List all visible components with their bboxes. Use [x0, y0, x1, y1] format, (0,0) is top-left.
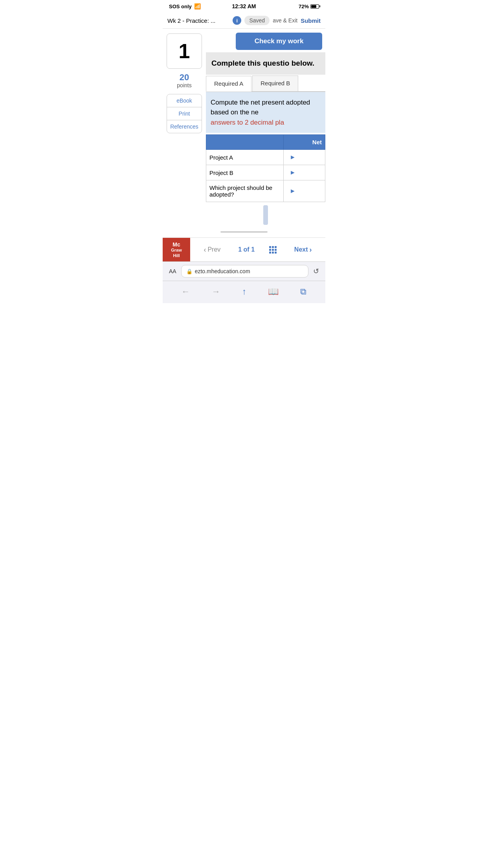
tab-required-a[interactable]: Required A [206, 76, 251, 92]
bottom-nav: Mc Graw Hill ‹ Prev 1 of 1 Next › [163, 237, 325, 261]
next-button[interactable]: Next › [291, 242, 315, 258]
tab-required-b[interactable]: Required B [252, 75, 298, 91]
ebook-button[interactable]: eBook [167, 94, 202, 107]
instruction-box: Complete this questio below. [206, 52, 325, 75]
project-b-label: Project B [206, 165, 284, 180]
page-indicator: 1 of 1 [238, 246, 255, 253]
battery-icon [310, 4, 319, 9]
url-area[interactable]: 🔒 ezto.mheducation.com [181, 265, 308, 278]
reload-button[interactable]: ↺ [313, 267, 319, 276]
table-row: Which project should be adopted? ► [206, 180, 325, 202]
saved-badge: Saved [244, 16, 270, 25]
next-label: Next [294, 246, 308, 253]
divider-line [220, 231, 268, 233]
input-arrow-a: ► [290, 154, 296, 160]
prev-button[interactable]: ‹ Prev [200, 242, 224, 258]
mcgraw-graw: Graw [171, 248, 182, 253]
nav-title: Wk 2 - Practice: ... [167, 17, 229, 24]
time-display: 12:32 AM [232, 3, 256, 9]
of-text: of [244, 246, 251, 253]
which-project-input[interactable] [298, 188, 322, 194]
sidebar: 1 20 points eBook Print References [163, 29, 206, 226]
info-icon[interactable]: i [233, 16, 241, 25]
next-chevron-icon: › [310, 246, 312, 254]
points-value: 20 [180, 73, 189, 82]
question-number: 1 [179, 39, 190, 63]
wifi-icon: 📶 [194, 3, 201, 9]
scroll-indicator [263, 205, 268, 225]
project-b-input-cell: ► [283, 165, 325, 180]
main-content: 1 20 points eBook Print References Check… [163, 29, 325, 226]
mcgraw-mc: Mc [172, 241, 180, 248]
prev-chevron-icon: ‹ [204, 246, 206, 254]
which-project-label: Which project should be adopted? [206, 180, 284, 202]
top-nav: Wk 2 - Practice: ... i Saved ave & Exit … [163, 13, 325, 29]
question-red-text: answers to 2 decimal pla [211, 119, 284, 126]
status-left: SOS only 📶 [169, 3, 201, 9]
instruction-text: Complete this questio below. [211, 59, 314, 67]
carrier-text: SOS only [169, 4, 192, 9]
input-arrow-c: ► [290, 188, 296, 194]
aa-label[interactable]: AA [169, 268, 176, 274]
content-area: Check my work Complete this questio belo… [206, 29, 325, 226]
save-exit-button[interactable]: ave & Exit [273, 17, 297, 24]
status-right: 72% [299, 4, 319, 9]
check-my-work-button[interactable]: Check my work [236, 33, 322, 50]
question-content: Compute the net present adopted based on… [206, 92, 325, 133]
grid-icon[interactable] [269, 246, 277, 254]
question-text: Compute the net present adopted based on… [211, 99, 310, 116]
prev-label: Prev [207, 246, 220, 253]
battery-percent: 72% [299, 4, 309, 9]
points-label: points [177, 82, 191, 88]
input-arrow-b: ► [290, 169, 296, 176]
project-b-input[interactable] [298, 169, 322, 176]
lock-icon: 🔒 [186, 268, 193, 274]
sidebar-actions: eBook Print References [167, 94, 202, 133]
total-pages: 1 [251, 246, 255, 253]
nav-controls: ‹ Prev 1 of 1 Next › [190, 242, 325, 258]
forward-button[interactable]: → [209, 285, 224, 298]
bookmarks-button[interactable]: 📖 [265, 285, 282, 298]
references-button[interactable]: References [167, 120, 202, 133]
which-project-input-cell: ► [283, 180, 325, 202]
submit-button[interactable]: Submit [301, 17, 321, 24]
table-row: Project B ► [206, 165, 325, 180]
url-text: ezto.mheducation.com [195, 268, 250, 274]
mcgraw-logo: Mc Graw Hill [163, 238, 190, 261]
back-button[interactable]: ← [178, 285, 193, 298]
share-button[interactable]: ↑ [239, 285, 250, 298]
project-a-input[interactable] [298, 154, 322, 160]
project-a-input-cell: ► [283, 150, 325, 165]
question-number-box: 1 [167, 33, 202, 69]
table-header-col1 [206, 135, 284, 150]
project-a-label: Project A [206, 150, 284, 165]
answer-table: Net Project A ► Project B ► [206, 134, 325, 202]
table-row: Project A ► [206, 150, 325, 165]
ios-bottom-bar: ← → ↑ 📖 ⧉ [163, 281, 325, 303]
tabs-button[interactable]: ⧉ [297, 285, 310, 298]
status-bar: SOS only 📶 12:32 AM 72% [163, 0, 325, 13]
mcgraw-hill: Hill [173, 253, 180, 258]
current-page: 1 [238, 246, 242, 253]
print-button[interactable]: Print [167, 107, 202, 120]
browser-bar: AA 🔒 ezto.mheducation.com ↺ [163, 261, 325, 281]
table-header-col2: Net [283, 135, 325, 150]
tabs-row: Required A Required B [206, 75, 325, 92]
top-row: Check my work [206, 29, 325, 50]
